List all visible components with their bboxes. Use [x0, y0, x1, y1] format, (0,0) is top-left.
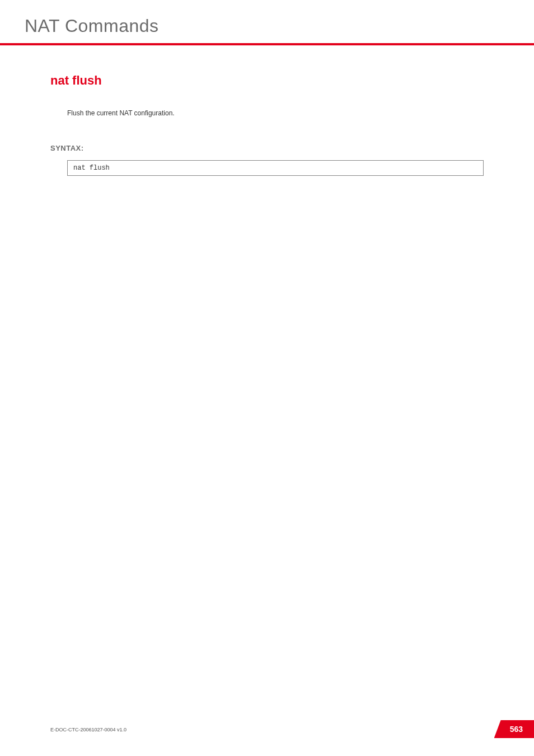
syntax-label: SYNTAX: [50, 144, 484, 152]
page-number-tab: 563 [494, 720, 534, 738]
chapter-title: NAT Commands [0, 0, 534, 43]
section-description: Flush the current NAT configuration. [67, 109, 484, 117]
page-number: 563 [510, 725, 523, 734]
content-area: nat flush Flush the current NAT configur… [0, 45, 534, 176]
syntax-command: nat flush [73, 164, 110, 172]
doc-reference: E-DOC-CTC-20061027-0004 v1.0 [50, 727, 127, 732]
page-container: NAT Commands nat flush Flush the current… [0, 0, 534, 756]
footer: E-DOC-CTC-20061027-0004 v1.0 [0, 724, 534, 734]
syntax-box: nat flush [67, 160, 484, 176]
section-title: nat flush [50, 73, 484, 88]
